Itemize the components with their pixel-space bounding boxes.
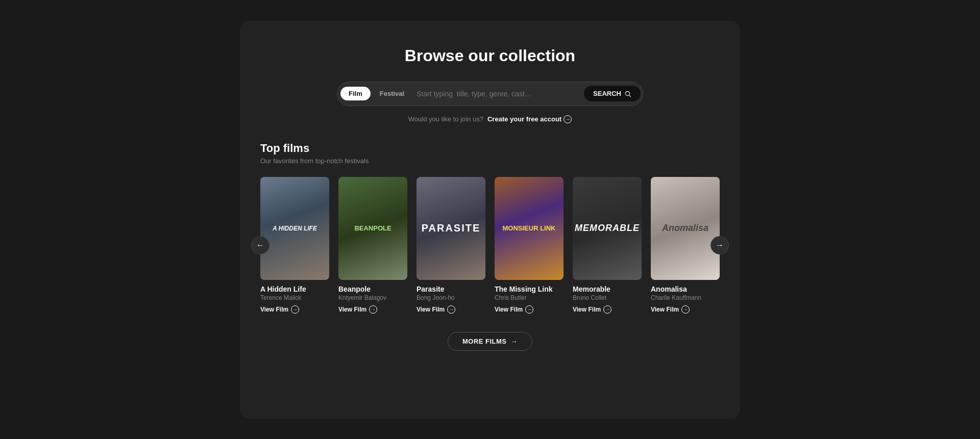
view-film-label: View Film (573, 306, 601, 313)
view-film-label: View Film (260, 306, 288, 313)
films-grid: A HIDDEN LIFE A Hidden Life Terence Mali… (260, 177, 720, 314)
view-film-label: View Film (495, 306, 523, 313)
svg-line-1 (629, 95, 631, 96)
more-films-button[interactable]: MORE FILMS → (448, 332, 532, 351)
join-link-label: Create your free accout (487, 115, 561, 123)
more-films-arrow-icon: → (511, 338, 518, 345)
view-film-arrow-icon: → (447, 305, 455, 314)
film-poster: BEANPOLE (338, 177, 407, 280)
view-film-label: View Film (416, 306, 445, 313)
search-button[interactable]: SEARCH (584, 86, 641, 101)
search-button-label: SEARCH (593, 90, 621, 97)
film-title: A Hidden Life (260, 285, 329, 293)
view-film-label: View Film (338, 306, 366, 313)
film-card: MONSIEUR LINK The Missing Link Chris But… (495, 177, 564, 314)
view-film-button[interactable]: View Film → (651, 305, 690, 314)
view-film-arrow-icon: → (603, 305, 611, 314)
tab-group: Film Festival (340, 87, 412, 100)
search-icon (624, 90, 631, 97)
join-row: Would you like to join us? Create your f… (260, 115, 720, 123)
view-film-arrow-icon: → (525, 305, 533, 314)
poster-label: Anomalisa (651, 177, 720, 280)
page-title: Browse our collection (260, 46, 720, 65)
more-films-row: MORE FILMS → (260, 332, 720, 351)
view-film-button[interactable]: View Film → (573, 305, 611, 314)
carousel-wrapper: ← A HIDDEN LIFE A Hidden Life Terence Ma… (260, 177, 720, 314)
film-title: The Missing Link (495, 285, 564, 293)
view-film-button[interactable]: View Film → (338, 305, 377, 314)
film-director: Kntyemir Balagov (338, 294, 407, 301)
poster-label: BEANPOLE (338, 177, 407, 280)
search-bar-wrapper: Film Festival SEARCH (260, 82, 720, 106)
view-film-button[interactable]: View Film → (260, 305, 299, 314)
search-bar: Film Festival SEARCH (337, 82, 643, 106)
film-card: MEMORABLE Memorable Bruno Collet View Fi… (573, 177, 642, 314)
film-poster: MEMORABLE (573, 177, 642, 280)
film-title: Beanpole (338, 285, 407, 293)
carousel-prev-button[interactable]: ← (251, 236, 270, 254)
film-poster: Anomalisa (651, 177, 720, 280)
tab-festival[interactable]: Festival (372, 87, 412, 100)
tab-film[interactable]: Film (340, 87, 371, 100)
view-film-button[interactable]: View Film → (416, 305, 455, 314)
poster-label: MEMORABLE (573, 177, 642, 280)
film-director: Chris Butler (495, 294, 564, 301)
view-film-arrow-icon: → (291, 305, 299, 314)
poster-label: A HIDDEN LIFE (260, 177, 329, 280)
film-title: Parasite (416, 285, 485, 293)
film-card: PARASITE Parasite Bong Joon-ho View Film… (416, 177, 485, 314)
film-poster: MONSIEUR LINK (495, 177, 564, 280)
film-director: Terence Malick (260, 294, 329, 301)
film-card: BEANPOLE Beanpole Kntyemir Balagov View … (338, 177, 407, 314)
view-film-arrow-icon: → (369, 305, 377, 314)
poster-label: MONSIEUR LINK (495, 177, 564, 280)
carousel-next-button[interactable]: → (710, 236, 729, 254)
film-director: Bong Joon-ho (416, 294, 485, 301)
film-director: Charlie Kauffmann (651, 294, 720, 301)
view-film-label: View Film (651, 306, 679, 313)
film-title: Anomalisa (651, 285, 720, 293)
view-film-button[interactable]: View Film → (495, 305, 533, 314)
poster-label: PARASITE (416, 177, 485, 280)
search-input[interactable] (416, 90, 580, 98)
svg-point-0 (625, 91, 629, 95)
film-poster: A HIDDEN LIFE (260, 177, 329, 280)
more-films-label: MORE FILMS (462, 338, 507, 345)
film-poster: PARASITE (416, 177, 485, 280)
join-link[interactable]: Create your free accout → (487, 115, 572, 123)
join-prompt: Would you like to join us? (408, 115, 483, 123)
view-film-arrow-icon: → (681, 305, 690, 314)
film-director: Bruno Collet (573, 294, 642, 301)
film-title: Memorable (573, 285, 642, 293)
circle-arrow-icon: → (564, 115, 572, 123)
top-films-section: Top films Our favorites from top-notch f… (260, 142, 720, 314)
main-container: Browse our collection Film Festival SEAR… (240, 21, 740, 419)
film-card: Anomalisa Anomalisa Charlie Kauffmann Vi… (651, 177, 720, 314)
film-card: A HIDDEN LIFE A Hidden Life Terence Mali… (260, 177, 329, 314)
section-title: Top films (260, 142, 720, 155)
section-subtitle: Our favorites from top-notch festivals (260, 157, 720, 165)
